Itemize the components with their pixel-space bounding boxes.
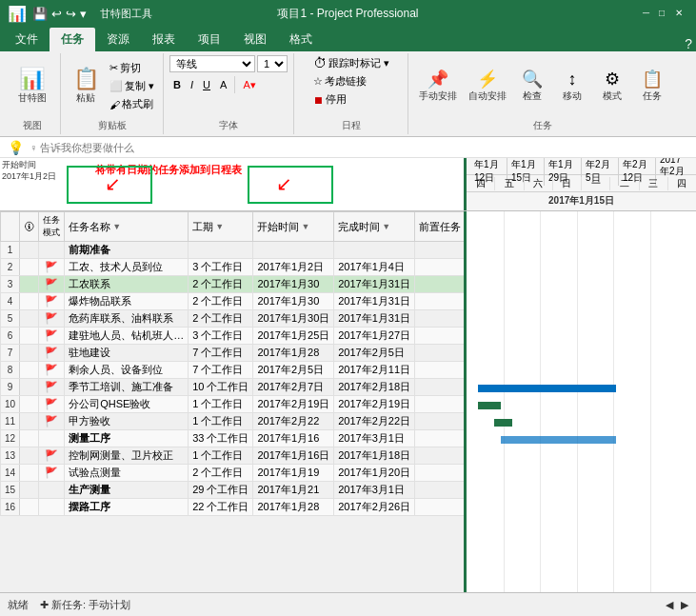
th-pred[interactable]: 前置任务 bbox=[415, 212, 466, 242]
pred-cell-9[interactable] bbox=[415, 379, 466, 396]
dur-cell-6[interactable]: 3 个工作日 bbox=[189, 328, 253, 345]
finish-cell-14[interactable]: 2017年1月20日 bbox=[334, 465, 415, 482]
th-mode[interactable]: 任务 模式 bbox=[39, 212, 65, 242]
name-cell-10[interactable]: 分公司QHSE验收 bbox=[65, 396, 189, 413]
dur-cell-14[interactable]: 2 个工作日 bbox=[189, 465, 253, 482]
pred-cell-2[interactable] bbox=[415, 259, 466, 276]
finish-cell-15[interactable]: 2017年3月1日 bbox=[334, 482, 415, 499]
table-row[interactable]: 16 摆路工序 22 个工作日 2017年1月28 2017年2月26日 bbox=[1, 499, 466, 516]
paste-btn[interactable]: 📋 粘贴 bbox=[67, 67, 105, 107]
table-row[interactable]: 15 生产测量 29 个工作日 2017年1月21 2017年3月1日 bbox=[1, 482, 466, 499]
start-cell-5[interactable]: 2017年1月30日 bbox=[253, 310, 334, 328]
nav-left-icon[interactable]: ◀ bbox=[666, 599, 673, 611]
finish-cell-12[interactable]: 2017年3月1日 bbox=[334, 430, 415, 447]
tab-resource[interactable]: 资源 bbox=[95, 28, 141, 51]
copy-btn[interactable]: ⬜ 复制 ▾ bbox=[107, 78, 157, 94]
pred-cell-6[interactable] bbox=[415, 328, 466, 345]
pred-cell-3[interactable] bbox=[415, 276, 466, 293]
finish-cell-3[interactable]: 2017年1月31日 bbox=[334, 276, 415, 293]
gantt-chart-btn[interactable]: 📊 甘特图 bbox=[13, 67, 51, 107]
finish-cell-10[interactable]: 2017年2月19日 bbox=[334, 396, 415, 413]
pred-cell-10[interactable] bbox=[415, 396, 466, 413]
help-icon[interactable]: ? bbox=[685, 36, 692, 51]
start-cell-1[interactable] bbox=[253, 242, 334, 259]
finish-cell-4[interactable]: 2017年1月31日 bbox=[334, 293, 415, 310]
table-row[interactable]: 11 🚩 甲方验收 1 个工作日 2017年2月22 2017年2月22日 bbox=[1, 413, 466, 430]
table-row[interactable]: 5 🚩 危药库联系、油料联系 2 个工作日 2017年1月30日 2017年1月… bbox=[1, 310, 466, 328]
tab-project[interactable]: 项目 bbox=[187, 28, 232, 51]
th-info[interactable]: 🛈 bbox=[20, 212, 39, 242]
font-size-select[interactable]: 11 bbox=[257, 55, 288, 72]
pred-cell-8[interactable] bbox=[415, 362, 466, 379]
pred-cell-13[interactable] bbox=[415, 447, 466, 465]
pred-cell-1[interactable] bbox=[415, 242, 466, 259]
tab-report[interactable]: 报表 bbox=[141, 28, 187, 51]
pred-cell-5[interactable] bbox=[415, 310, 466, 328]
dur-cell-3[interactable]: 2 个工作日 bbox=[189, 276, 253, 293]
name-cell-14[interactable]: 试验点测量 bbox=[65, 465, 189, 482]
finish-cell-8[interactable]: 2017年2月11日 bbox=[334, 362, 415, 379]
name-cell-1[interactable]: 前期准备 bbox=[65, 242, 189, 259]
table-row[interactable]: 3 🚩 工农联系 2 个工作日 2017年1月30 2017年1月31日 bbox=[1, 276, 466, 293]
finish-cell-5[interactable]: 2017年1月31日 bbox=[334, 310, 415, 328]
start-cell-6[interactable]: 2017年1月25日 bbox=[253, 328, 334, 345]
name-cell-15[interactable]: 生产测量 bbox=[65, 482, 189, 499]
name-cell-6[interactable]: 建驻地人员、钻机班人员到位 bbox=[65, 328, 189, 345]
table-row[interactable]: 6 🚩 建驻地人员、钻机班人员到位 3 个工作日 2017年1月25日 2017… bbox=[1, 328, 466, 345]
underline-btn[interactable]: U bbox=[199, 77, 214, 92]
name-cell-5[interactable]: 危药库联系、油料联系 bbox=[65, 310, 189, 328]
name-cell-12[interactable]: 测量工序 bbox=[65, 430, 189, 447]
dur-cell-11[interactable]: 1 个工作日 bbox=[189, 413, 253, 430]
table-row[interactable]: 13 🚩 控制网测量、卫片校正 1 个工作日 2017年1月16日 2017年1… bbox=[1, 447, 466, 465]
dur-cell-4[interactable]: 2 个工作日 bbox=[189, 293, 253, 310]
table-row[interactable]: 12 测量工序 33 个工作日 2017年1月16 2017年3月1日 bbox=[1, 430, 466, 447]
stop-label[interactable]: 停用 bbox=[326, 92, 347, 107]
start-cell-8[interactable]: 2017年2月5日 bbox=[253, 362, 334, 379]
track-label[interactable]: 跟踪时标记 ▾ bbox=[328, 56, 389, 70]
th-finish[interactable]: 完成时间 ▼ bbox=[334, 212, 415, 242]
consider-label[interactable]: 考虑链接 bbox=[325, 74, 367, 89]
dur-cell-8[interactable]: 7 个工作日 bbox=[189, 362, 253, 379]
table-row[interactable]: 4 🚩 爆炸物品联系 2 个工作日 2017年1月30 2017年1月31日 bbox=[1, 293, 466, 310]
dur-cell-2[interactable]: 3 个工作日 bbox=[189, 259, 253, 276]
font-color-btn[interactable]: A bbox=[216, 77, 230, 92]
start-cell-7[interactable]: 2017年1月28 bbox=[253, 345, 334, 362]
dropdown-icon[interactable]: ▾ bbox=[80, 7, 87, 21]
th-duration[interactable]: 工期 ▼ bbox=[189, 212, 253, 242]
name-cell-11[interactable]: 甲方验收 bbox=[65, 413, 189, 430]
dur-cell-7[interactable]: 7 个工作日 bbox=[189, 345, 253, 362]
task-table-container[interactable]: 🛈 任务 模式 任务名称 ▼ bbox=[0, 211, 467, 592]
finish-cell-7[interactable]: 2017年2月5日 bbox=[334, 345, 415, 362]
cut-btn[interactable]: ✂ 剪切 bbox=[107, 60, 157, 76]
task-btn[interactable]: 📋 任务 bbox=[633, 69, 671, 105]
pred-cell-15[interactable] bbox=[415, 482, 466, 499]
dur-cell-16[interactable]: 22 个工作日 bbox=[189, 499, 253, 516]
start-cell-10[interactable]: 2017年2月19日 bbox=[253, 396, 334, 413]
undo-icon[interactable]: ↩ bbox=[51, 7, 62, 21]
dur-cell-9[interactable]: 10 个工作日 bbox=[189, 379, 253, 396]
highlight-btn[interactable]: A▾ bbox=[239, 77, 259, 93]
tab-format[interactable]: 格式 bbox=[278, 28, 324, 51]
minimize-btn[interactable]: ─ bbox=[643, 8, 656, 21]
bold-btn[interactable]: B bbox=[169, 77, 185, 92]
name-cell-8[interactable]: 剩余人员、设备到位 bbox=[65, 362, 189, 379]
start-cell-3[interactable]: 2017年1月30 bbox=[253, 276, 334, 293]
name-cell-9[interactable]: 季节工培训、施工准备 bbox=[65, 379, 189, 396]
tab-task[interactable]: 任务 bbox=[50, 28, 95, 51]
pred-cell-11[interactable] bbox=[415, 413, 466, 430]
pred-cell-12[interactable] bbox=[415, 430, 466, 447]
table-row[interactable]: 7 🚩 驻地建设 7 个工作日 2017年1月28 2017年2月5日 bbox=[1, 345, 466, 362]
start-cell-16[interactable]: 2017年1月28 bbox=[253, 499, 334, 516]
auto-schedule-btn[interactable]: ⚡ 自动安排 bbox=[464, 69, 511, 105]
name-cell-4[interactable]: 爆炸物品联系 bbox=[65, 293, 189, 310]
table-row[interactable]: 8 🚩 剩余人员、设备到位 7 个工作日 2017年2月5日 2017年2月11… bbox=[1, 362, 466, 379]
finish-cell-2[interactable]: 2017年1月4日 bbox=[334, 259, 415, 276]
start-cell-15[interactable]: 2017年1月21 bbox=[253, 482, 334, 499]
pred-cell-7[interactable] bbox=[415, 345, 466, 362]
name-cell-3[interactable]: 工农联系 bbox=[65, 276, 189, 293]
pred-cell-16[interactable] bbox=[415, 499, 466, 516]
start-cell-12[interactable]: 2017年1月16 bbox=[253, 430, 334, 447]
dur-cell-12[interactable]: 33 个工作日 bbox=[189, 430, 253, 447]
save-icon[interactable]: 💾 bbox=[32, 7, 48, 21]
close-btn[interactable]: ✕ bbox=[675, 8, 688, 21]
